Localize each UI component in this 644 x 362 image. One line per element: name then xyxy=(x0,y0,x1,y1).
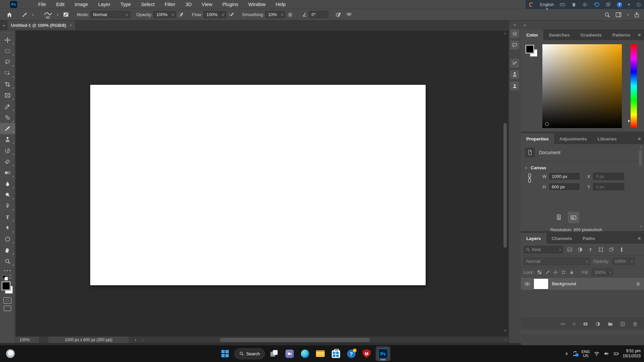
move-tool[interactable] xyxy=(0,35,15,46)
lock-position-button[interactable] xyxy=(553,270,558,275)
tab-properties[interactable]: Properties xyxy=(521,133,554,144)
foreground-background-colors[interactable] xyxy=(1,281,14,295)
tab-layers[interactable]: Layers xyxy=(521,233,546,244)
rectangular-marquee-tool[interactable] xyxy=(0,46,15,57)
chevron-down-icon[interactable]: ∨ xyxy=(30,13,36,16)
keyboard-layout-icon[interactable] xyxy=(559,2,566,8)
menu-filter[interactable]: Filter xyxy=(160,0,180,9)
saturation-brightness-field[interactable] xyxy=(542,44,622,128)
add-layer-mask-button[interactable] xyxy=(583,321,588,327)
foreground-color-swatch[interactable] xyxy=(2,282,10,290)
canvas-x-field[interactable]: 0 px xyxy=(593,172,625,180)
menu-image[interactable]: Image xyxy=(69,0,93,9)
workspace-switcher-icon[interactable] xyxy=(615,11,622,18)
chevron-down-icon[interactable]: ∨ xyxy=(55,13,61,16)
vertical-scrollbar[interactable]: ∧ ∨ xyxy=(503,32,507,333)
eraser-tool[interactable] xyxy=(0,156,15,167)
smoothing-dropdown-chevron[interactable]: ∨ xyxy=(279,11,285,18)
menu-type[interactable]: Type xyxy=(115,0,136,9)
chevron-down-icon[interactable]: ∨ xyxy=(627,13,629,16)
crop-tool[interactable] xyxy=(0,79,15,90)
lock-pixels-button[interactable] xyxy=(545,270,550,275)
search-icon[interactable] xyxy=(604,12,610,18)
vertical-scroll-thumb[interactable] xyxy=(503,123,507,248)
smoothing-options-gear-icon[interactable] xyxy=(285,12,295,18)
microsoft-store-button[interactable] xyxy=(329,346,342,361)
canvas-pasteboard[interactable]: ∧ ∨ xyxy=(15,31,508,336)
opacity-pressure-icon[interactable] xyxy=(176,11,186,18)
wifi-tray-button[interactable] xyxy=(594,351,600,357)
fill-chevron-icon[interactable]: ∨ xyxy=(608,268,613,276)
panel-menu-icon[interactable]: ≡ xyxy=(638,32,641,38)
collapse-panels-icon[interactable]: « xyxy=(521,20,644,29)
new-adjustment-layer-button[interactable] xyxy=(595,321,601,327)
volume-tray-button[interactable] xyxy=(603,351,609,357)
clone-source-panel-button[interactable] xyxy=(510,70,519,79)
size-pressure-icon[interactable] xyxy=(333,11,344,18)
photoshop-taskbar-button[interactable]: Ps xyxy=(376,346,390,361)
brush-settings-panel-button[interactable] xyxy=(510,59,519,68)
input-language-indicator[interactable]: ENG US xyxy=(582,350,590,358)
document-canvas[interactable] xyxy=(90,85,426,285)
menu-help[interactable]: Help xyxy=(271,0,291,9)
panel-menu-icon[interactable]: ≡ xyxy=(638,136,641,141)
layer-visibility-toggle[interactable] xyxy=(524,281,530,287)
tab-gradients[interactable]: Gradients xyxy=(575,29,607,40)
widgets-weather-icon[interactable] xyxy=(6,349,15,358)
blur-tool[interactable] xyxy=(0,178,15,189)
tab-adjustments[interactable]: Adjustments xyxy=(554,133,592,144)
properties-scrollbar[interactable]: ∧ ∨ xyxy=(639,145,643,229)
layer-opacity-field[interactable]: 100% xyxy=(612,257,630,265)
horizontal-scroll-thumb[interactable] xyxy=(220,338,370,342)
help-icon[interactable]: ? xyxy=(617,2,622,7)
edit-toolbar-ellipsis-icon[interactable]: • • • xyxy=(4,269,11,273)
expand-panels-icon[interactable]: « xyxy=(514,20,516,29)
foreground-color-swatch[interactable] xyxy=(526,45,534,53)
tab-channels[interactable]: Channels xyxy=(546,233,578,244)
document-info[interactable]: 1000 px x 600 px (300 ppi) xyxy=(48,337,129,343)
share-icon[interactable] xyxy=(634,12,640,18)
hand-tool[interactable] xyxy=(0,245,15,256)
airbrush-icon[interactable] xyxy=(226,11,236,18)
scroll-down-icon[interactable]: ∨ xyxy=(503,329,507,333)
canvas-height-field[interactable]: 600 px xyxy=(548,183,580,191)
clothes-icon[interactable] xyxy=(571,2,577,7)
frame-tool[interactable] xyxy=(0,90,15,101)
new-group-button[interactable] xyxy=(607,321,613,327)
link-layers-button[interactable] xyxy=(560,321,566,327)
flow-field[interactable]: 100% xyxy=(204,11,220,18)
zoom-level-field[interactable]: 100% xyxy=(15,337,39,343)
color-panel-fg-bg[interactable] xyxy=(526,45,540,60)
chat-teams-button[interactable] xyxy=(283,346,296,361)
menu-window[interactable]: Window xyxy=(243,0,271,9)
link-dimensions-icon[interactable] xyxy=(527,173,532,183)
landscape-orientation-button[interactable] xyxy=(568,212,579,223)
expand-toolbar-icon[interactable]: » xyxy=(3,23,5,28)
properties-scroll-thumb[interactable] xyxy=(639,150,642,166)
toggle-brush-panel-button[interactable] xyxy=(61,11,71,18)
brush-tool[interactable] xyxy=(0,123,15,134)
canvas-section-header[interactable]: ∨ Canvas xyxy=(521,161,644,172)
brush-angle-field[interactable]: 0° xyxy=(309,11,328,18)
object-selection-tool[interactable] xyxy=(0,68,15,79)
close-tab-icon[interactable]: × xyxy=(69,23,72,28)
document-tab[interactable]: Untitled-1 @ 100% (RGB/8) × xyxy=(7,20,76,30)
menu-view[interactable]: View xyxy=(197,0,217,9)
layer-thumbnail[interactable] xyxy=(534,279,548,289)
symmetry-butterfly-icon[interactable] xyxy=(344,11,354,18)
filter-toggle-button[interactable] xyxy=(618,246,626,253)
zoom-tool[interactable] xyxy=(0,256,15,267)
taskbar-search[interactable]: Search xyxy=(234,348,265,359)
scroll-up-icon[interactable]: ∧ xyxy=(639,145,643,149)
layer-filter-dropdown[interactable]: Kind ∨ xyxy=(524,246,563,254)
pen-tool[interactable] xyxy=(0,200,15,212)
menu-3d[interactable]: 3D xyxy=(180,0,197,9)
history-panel-button[interactable] xyxy=(510,29,519,38)
lasso-tool[interactable] xyxy=(0,57,15,68)
eyedropper-tool[interactable] xyxy=(0,101,15,112)
lock-all-button[interactable] xyxy=(569,270,574,275)
file-explorer-button[interactable] xyxy=(314,346,327,361)
swap-colors-icon[interactable] xyxy=(8,275,12,279)
menu-file[interactable]: File xyxy=(33,0,51,9)
delete-layer-button[interactable] xyxy=(632,321,638,327)
